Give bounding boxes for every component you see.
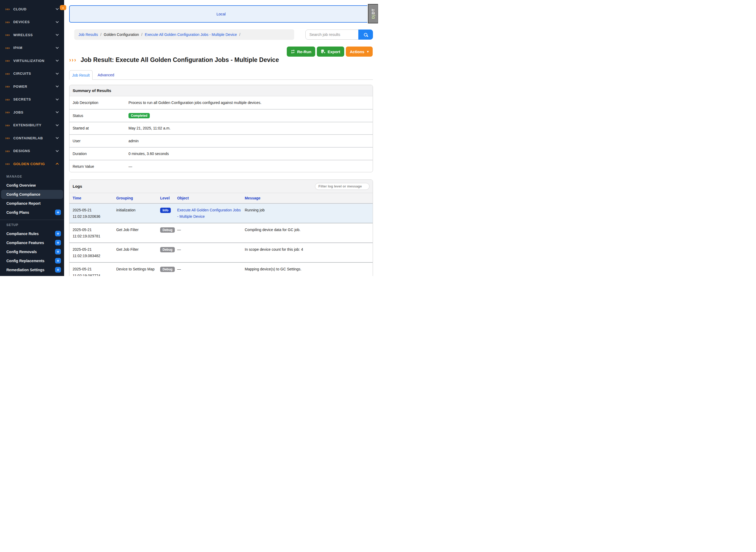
django-debug-toolbar-handle[interactable]: DjDT xyxy=(368,4,378,23)
sidebar-item-config-overview[interactable]: Config Overview xyxy=(0,181,64,190)
sidebar-group-wireless[interactable]: ›››WIRELESS xyxy=(0,28,64,41)
log-column-header-level[interactable]: Level xyxy=(160,193,177,203)
sidebar-group-golden-config[interactable]: ›››GOLDEN CONFIG xyxy=(0,157,64,170)
sidebar-item-compliance-rules[interactable]: Compliance Rules+ xyxy=(0,229,64,238)
sidebar-group-circuits[interactable]: ›››CIRCUITS xyxy=(0,67,64,80)
sidebar-group-devices[interactable]: ›››DEVICES xyxy=(0,16,64,29)
chevron-down-icon xyxy=(55,46,58,49)
chevron-down-icon xyxy=(55,59,58,62)
sidebar-item-remediation-settings[interactable]: Remediation Settings+ xyxy=(0,265,64,274)
sidebar-group-jobs[interactable]: ›››JOBS xyxy=(0,106,64,119)
main-content: Local DjDT Job Results/Golden Configurat… xyxy=(64,0,378,276)
add-button[interactable]: + xyxy=(55,267,61,273)
action-button-row: Re-Run Export Actions ▾ xyxy=(287,46,373,56)
summary-row-status: StatusCompleted xyxy=(70,109,373,122)
breadcrumb-item-job-results[interactable]: Job Results xyxy=(79,32,98,37)
sidebar-nav-groups: ›››CLOUD›››DEVICES›››WIRELESS›››IPAM›››V… xyxy=(0,0,64,170)
sidebar-item-config-plans[interactable]: Config Plans+ xyxy=(0,208,64,217)
sidebar-group-secrets[interactable]: ›››SECRETS xyxy=(0,93,64,106)
log-time-cell: 2025-05-21 11:02:19.020636 xyxy=(70,203,116,223)
log-filter-input[interactable] xyxy=(315,183,370,190)
add-button[interactable]: + xyxy=(55,240,61,245)
log-column-header-time[interactable]: Time xyxy=(70,193,116,203)
summary-row-label: User xyxy=(70,139,128,143)
log-column-header-message[interactable]: Message xyxy=(245,193,373,203)
sidebar-item-label: Config Replacements xyxy=(6,259,44,263)
nav-chevrons-icon: ››› xyxy=(5,20,10,24)
sidebar-group-virtualization[interactable]: ›››VIRTUALIZATION xyxy=(0,54,64,67)
log-column-header-object[interactable]: Object xyxy=(177,193,245,203)
summary-row-user: Useradmin xyxy=(70,134,373,147)
add-button[interactable]: + xyxy=(55,210,61,215)
chevron-down-icon xyxy=(55,20,58,23)
sidebar-item-compliance-features[interactable]: Compliance Features+ xyxy=(0,238,64,247)
sidebar-submenu: MANAGEConfig OverviewConfig ComplianceCo… xyxy=(0,170,64,274)
breadcrumb-item-golden-configuration: Golden Configuration xyxy=(104,32,139,37)
summary-row-return-value: Return Value— xyxy=(70,160,373,172)
environment-banner: Local xyxy=(69,5,373,23)
sidebar-group-cloud[interactable]: ›››CLOUD xyxy=(0,3,64,16)
log-object-link[interactable]: Execute All Golden Configuration Jobs - … xyxy=(177,208,241,219)
submenu-section-heading-setup: SETUP xyxy=(0,220,64,229)
sidebar-group-label: POWER xyxy=(13,85,56,89)
sidebar-group-label: SECRETS xyxy=(13,97,56,101)
nav-chevrons-icon: ››› xyxy=(5,33,10,37)
breadcrumb-item-execute-all-golden-configuration-jobs-multiple-device[interactable]: Execute All Golden Configuration Jobs - … xyxy=(145,32,237,37)
log-grouping-cell: initialization xyxy=(116,203,160,223)
nav-chevrons-icon: ››› xyxy=(5,46,10,50)
log-row: 2025-05-21 11:02:19.087774Device to Sett… xyxy=(70,262,373,276)
banner-local-link[interactable]: Local xyxy=(217,12,226,16)
log-level-cell: Debug xyxy=(160,223,177,243)
nav-chevrons-icon: ››› xyxy=(5,98,10,101)
sidebar-group-containerlab[interactable]: ›››CONTAINERLAB xyxy=(0,132,64,145)
sidebar-item-config-compliance[interactable]: Config Compliance xyxy=(1,190,63,199)
add-button[interactable]: + xyxy=(55,249,61,255)
log-level-badge: Debug xyxy=(160,247,175,252)
tab-advanced[interactable]: Advanced xyxy=(93,70,119,80)
chevron-down-icon xyxy=(55,85,58,88)
add-button[interactable]: + xyxy=(55,258,61,264)
collapse-left-icon: ‹ xyxy=(62,6,64,10)
sidebar-group-label: DEVICES xyxy=(13,20,56,24)
sidebar-group-label: DESIGNS xyxy=(13,149,56,153)
summary-row-value: — xyxy=(128,164,373,169)
log-time-cell: 2025-05-21 11:02:19.083482 xyxy=(70,243,116,262)
log-message-cell: Running job xyxy=(245,203,373,223)
add-button[interactable]: + xyxy=(55,231,61,236)
rerun-button[interactable]: Re-Run xyxy=(287,46,315,56)
tab-job-result[interactable]: Job Result xyxy=(69,70,93,80)
sidebar-collapse-button[interactable]: ‹ xyxy=(60,5,66,10)
sidebar-item-label: Config Overview xyxy=(6,183,36,187)
logs-card: Logs TimeGroupingLevelObjectMessage 2025… xyxy=(69,179,373,276)
chevron-down-icon xyxy=(55,33,58,36)
actions-button[interactable]: Actions ▾ xyxy=(346,46,373,56)
sidebar-group-designs[interactable]: ›››DESIGNS xyxy=(0,145,64,158)
summary-title: Summary of Results xyxy=(73,88,111,93)
log-message-cell: Compiling device data for GC job. xyxy=(245,223,373,243)
log-column-header-grouping[interactable]: Grouping xyxy=(116,193,160,203)
sidebar-item-config-replacements[interactable]: Config Replacements+ xyxy=(0,256,64,265)
log-message-cell: Mapping device(s) to GC Settings. xyxy=(245,262,373,276)
actions-caret-icon: ▾ xyxy=(367,50,369,53)
log-row: 2025-05-21 11:02:19.029781Get Job Filter… xyxy=(70,223,373,243)
sidebar-group-label: VIRTUALIZATION xyxy=(13,59,56,63)
sidebar-item-label: Config Plans xyxy=(6,210,29,215)
sidebar-group-power[interactable]: ›››POWER xyxy=(0,80,64,93)
chevron-down-icon xyxy=(55,7,58,10)
sidebar-item-config-removals[interactable]: Config Removals+ xyxy=(0,247,64,256)
sidebar-group-ipam[interactable]: ›››IPAM xyxy=(0,41,64,54)
search-icon xyxy=(364,33,367,36)
sidebar-item-compliance-report[interactable]: Compliance Report xyxy=(0,199,64,208)
summary-card: Summary of Results Job DescriptionProces… xyxy=(69,85,373,172)
summary-row-value: Process to run all Golden Configuration … xyxy=(128,101,373,105)
log-level-badge: Debug xyxy=(160,267,175,272)
log-object-cell: — xyxy=(177,243,245,262)
summary-row-label: Status xyxy=(70,114,128,118)
search-button[interactable] xyxy=(358,29,373,40)
sidebar-group-extensibility[interactable]: ›››EXTENSIBILITY xyxy=(0,119,64,132)
page-title-row: ››› Job Result: Execute All Golden Confi… xyxy=(69,56,279,63)
log-message-cell: In scope device count for this job: 4 xyxy=(245,243,373,262)
chevron-down-icon xyxy=(55,110,58,113)
export-button[interactable]: Export xyxy=(317,46,344,56)
page: ›››CLOUD›››DEVICES›››WIRELESS›››IPAM›››V… xyxy=(0,0,378,276)
